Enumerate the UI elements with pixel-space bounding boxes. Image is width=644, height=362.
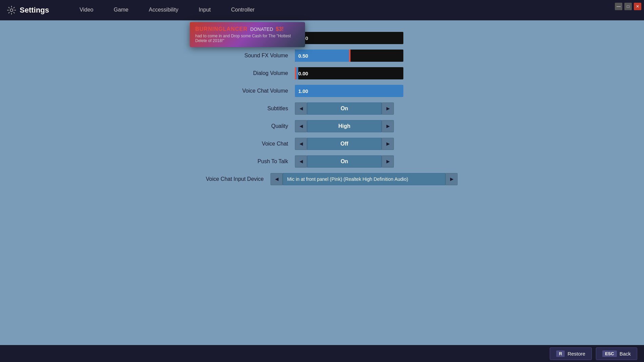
- sound-fx-volume-value: 0.50: [298, 53, 308, 59]
- push-to-talk-prev-button[interactable]: ◀: [295, 155, 307, 168]
- sound-fx-volume-row: Sound FX Volume 0.50: [186, 48, 458, 63]
- subtitles-toggle: ◀ On ▶: [295, 102, 394, 115]
- maximize-button[interactable]: □: [624, 3, 632, 10]
- dialog-volume-row: Dialog Volume 0.00: [186, 66, 458, 81]
- donation-amount: $3!: [276, 26, 284, 32]
- push-to-talk-row: Push To Talk ◀ On ▶: [186, 154, 458, 169]
- donation-verb: DONATED: [250, 26, 273, 32]
- gear-icon: [7, 5, 16, 15]
- voice-chat-row: Voice Chat ◀ Off ▶: [186, 136, 458, 151]
- sound-fx-volume-label: Sound FX Volume: [186, 53, 295, 59]
- push-to-talk-label: Push To Talk: [186, 158, 295, 165]
- quality-toggle: ◀ High ▶: [295, 120, 394, 132]
- device-next-button[interactable]: ▶: [445, 173, 458, 185]
- top-nav: Settings Video Game Accessibility Input …: [0, 0, 644, 20]
- voice-chat-value: Off: [307, 138, 382, 150]
- tab-game[interactable]: Game: [103, 0, 139, 20]
- device-value: Mic in at front panel (Pink) (Realtek Hi…: [283, 173, 445, 185]
- dialog-volume-slider[interactable]: 0.00: [295, 67, 403, 79]
- push-to-talk-toggle: ◀ On ▶: [295, 155, 394, 168]
- device-prev-button[interactable]: ◀: [270, 173, 283, 185]
- voice-chat-toggle: ◀ Off ▶: [295, 138, 394, 150]
- voice-chat-volume-label: Voice Chat Volume: [186, 88, 295, 94]
- donation-message: had to come in and Drop some Cash for Th…: [195, 34, 300, 43]
- subtitles-prev-button[interactable]: ◀: [295, 102, 307, 115]
- subtitles-row: Subtitles ◀ On ▶: [186, 101, 458, 116]
- subtitles-label: Subtitles: [186, 106, 295, 112]
- restore-label: Restore: [567, 351, 585, 357]
- nav-tabs: Video Game Accessibility Input Controlle…: [69, 0, 265, 20]
- app-title: Settings: [20, 6, 49, 15]
- push-to-talk-next-button[interactable]: ▶: [382, 155, 394, 168]
- svg-point-0: [10, 9, 13, 12]
- settings-container: Music Volume 0.00 Sound FX Volume 0.50 D…: [186, 31, 458, 187]
- tab-controller[interactable]: Controller: [221, 0, 265, 20]
- tab-input[interactable]: Input: [188, 0, 221, 20]
- voice-chat-volume-value: 1.00: [298, 88, 308, 94]
- quality-next-button[interactable]: ▶: [382, 120, 394, 132]
- voice-chat-volume-row: Voice Chat Volume 1.00: [186, 83, 458, 98]
- minimize-button[interactable]: —: [615, 3, 622, 10]
- close-button[interactable]: ✕: [634, 3, 641, 10]
- back-label: Back: [620, 351, 631, 357]
- restore-button[interactable]: R Restore: [550, 347, 592, 360]
- tab-video[interactable]: Video: [69, 0, 104, 20]
- quality-prev-button[interactable]: ◀: [295, 120, 307, 132]
- quality-label: Quality: [186, 123, 295, 129]
- voice-chat-device-row: Voice Chat Input Device ◀ Mic in at fron…: [186, 172, 458, 187]
- bottom-bar: R Restore ESC Back: [0, 345, 644, 362]
- push-to-talk-value: On: [307, 155, 382, 168]
- sound-fx-volume-slider[interactable]: 0.50: [295, 50, 403, 62]
- subtitles-value: On: [307, 102, 382, 115]
- voice-chat-label: Voice Chat: [186, 141, 295, 147]
- voice-chat-device-label: Voice Chat Input Device: [186, 176, 270, 182]
- tab-accessibility[interactable]: Accessibility: [139, 0, 188, 20]
- subtitles-next-button[interactable]: ▶: [382, 102, 394, 115]
- voice-chat-next-button[interactable]: ▶: [382, 138, 394, 150]
- window-controls: — □ ✕: [615, 3, 641, 10]
- music-volume-slider[interactable]: 0.00: [295, 32, 403, 44]
- donation-overlay: BURNINGLANCER DONATED $3! had to come in…: [190, 22, 305, 47]
- voice-chat-volume-slider[interactable]: 1.00: [295, 85, 403, 97]
- quality-value: High: [307, 120, 382, 132]
- back-key: ESC: [602, 350, 617, 357]
- app-brand: Settings: [7, 5, 49, 15]
- restore-key: R: [556, 350, 565, 357]
- dialog-volume-label: Dialog Volume: [186, 70, 295, 76]
- voice-chat-prev-button[interactable]: ◀: [295, 138, 307, 150]
- donation-username: BURNINGLANCER: [195, 26, 247, 32]
- back-button[interactable]: ESC Back: [596, 347, 637, 360]
- dialog-volume-value: 0.00: [298, 71, 308, 76]
- quality-row: Quality ◀ High ▶: [186, 119, 458, 134]
- voice-chat-device-container: ◀ Mic in at front panel (Pink) (Realtek …: [270, 173, 458, 185]
- main-content: Music Volume 0.00 Sound FX Volume 0.50 D…: [0, 20, 644, 345]
